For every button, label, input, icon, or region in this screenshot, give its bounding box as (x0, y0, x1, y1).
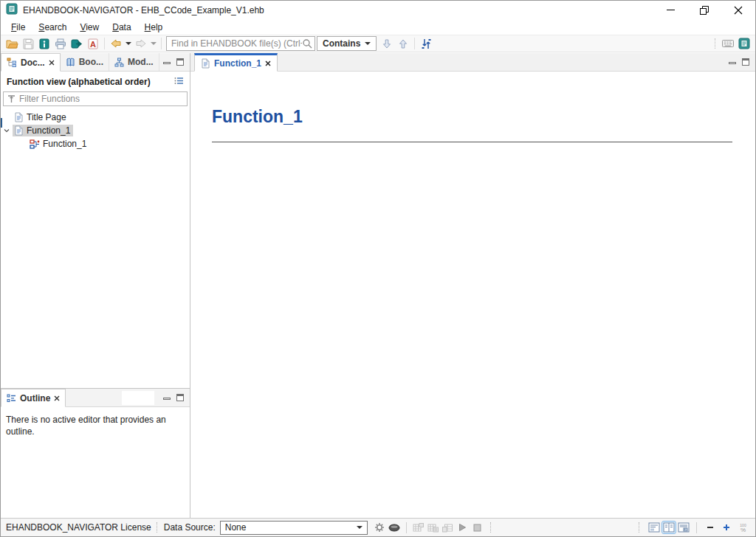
measure-button-3[interactable] (441, 520, 456, 535)
document-icon (14, 112, 24, 122)
data-source-dropdown[interactable]: None (220, 521, 368, 535)
tree-row-title-page[interactable]: Title Page (1, 111, 190, 124)
zoom-level-indicator: 100% (735, 520, 750, 535)
statusbar-right-group: 100% (633, 520, 750, 535)
synchronize-button[interactable] (418, 36, 434, 52)
layout-split-button[interactable] (662, 522, 676, 533)
close-icon[interactable] (49, 60, 55, 66)
minimize-button[interactable] (653, 1, 687, 19)
save-button[interactable] (20, 36, 36, 52)
statusbar-divider (406, 522, 407, 533)
back-history-dropdown[interactable] (124, 36, 133, 52)
layout-single-button[interactable] (647, 522, 661, 533)
zoom-level-icon: 100% (738, 522, 749, 533)
close-icon[interactable] (265, 60, 271, 66)
measure-button-1[interactable] (411, 520, 426, 535)
save-icon (23, 38, 34, 49)
tab-bookmarks-view[interactable]: Boo... (61, 53, 109, 71)
view-menu-icon[interactable] (174, 77, 184, 87)
svg-text:%: % (740, 527, 745, 533)
tree-row-function-1[interactable]: Function_1 (1, 124, 190, 137)
tab-model-view[interactable]: Mod... (109, 53, 159, 71)
ehandbook-perspective-button[interactable] (736, 36, 752, 52)
maximize-view-icon[interactable] (176, 58, 184, 66)
editor-minmax-controls (729, 53, 755, 71)
find-previous-icon (398, 38, 408, 49)
zoom-in-button[interactable] (719, 520, 734, 535)
forward-history-dropdown[interactable] (149, 36, 158, 52)
close-icon[interactable] (54, 395, 60, 401)
close-icon (734, 6, 743, 15)
synchronize-icon (421, 38, 432, 49)
key-assist-icon (722, 39, 734, 48)
settings-button[interactable] (372, 520, 387, 535)
zoom-out-button[interactable] (703, 520, 718, 535)
open-file-button[interactable] (4, 36, 20, 52)
key-assist-button[interactable] (720, 36, 736, 52)
data-source-value: None (225, 522, 247, 533)
print-button[interactable] (52, 36, 69, 52)
minimize-view-icon[interactable] (163, 62, 171, 64)
menu-view[interactable]: View (73, 21, 106, 34)
menu-file[interactable]: File (4, 21, 32, 34)
toolbar-drag-handle (715, 38, 717, 49)
settings-gear-icon (374, 522, 385, 533)
window-title: EHANDBOOK-NAVIGATOR - EHB_CCode_Example_… (23, 5, 264, 15)
statusbar-divider (696, 522, 697, 533)
stop-button[interactable] (470, 520, 485, 535)
document-icon (14, 125, 24, 136)
view-minmax-controls (163, 389, 190, 406)
find-previous-button[interactable] (395, 36, 411, 52)
tab-label: Boo... (79, 57, 103, 67)
data-source-view-button[interactable] (387, 520, 402, 535)
find-next-button[interactable] (379, 36, 395, 52)
license-status: EHANDBOOK_NAVIGATOR License (6, 522, 151, 533)
layout-media-icon (678, 522, 690, 533)
tree-row-function-1-child[interactable]: Function_1 (1, 137, 190, 150)
statusbar-drag-handle (639, 522, 641, 533)
left-column: Doc... Boo... Mod... (1, 53, 190, 518)
filter-box (3, 91, 188, 106)
tab-document-view[interactable]: Doc... (1, 53, 61, 72)
restore-icon (700, 6, 709, 15)
tree-item-label: Function_1 (43, 139, 86, 149)
measure-button-2[interactable] (426, 520, 441, 535)
tab-outline[interactable]: Outline (1, 389, 66, 407)
forward-icon (135, 38, 147, 49)
menu-search[interactable]: Search (32, 21, 73, 34)
layout-media-button[interactable] (677, 522, 690, 533)
play-button[interactable] (456, 520, 470, 535)
filter-functions-input[interactable] (19, 94, 183, 104)
statusbar-separator (157, 522, 159, 533)
menu-help[interactable]: Help (138, 21, 170, 34)
close-button[interactable] (721, 1, 755, 19)
outline-message: There is no active editor that provides … (1, 407, 190, 437)
editor-tabrow: Function_1 (190, 53, 755, 72)
pdf-export-button[interactable]: A (85, 36, 101, 52)
heading-rule (212, 142, 732, 142)
maximize-editor-icon[interactable] (742, 58, 749, 66)
selected-tree-item[interactable]: Function_1 (13, 125, 73, 136)
pdf-export-icon: A (88, 38, 98, 49)
find-input[interactable] (171, 38, 302, 49)
minimize-view-icon[interactable] (163, 398, 171, 400)
chevron-down-icon[interactable] (1, 128, 13, 133)
export-button[interactable] (69, 36, 85, 52)
statusbar-drag-handle (490, 522, 492, 533)
minimize-editor-icon[interactable] (729, 62, 736, 64)
outline-icon (7, 394, 16, 403)
export-icon (71, 38, 83, 49)
measure-grid-icon-2 (427, 523, 439, 533)
tab-editor-function-1[interactable]: Function_1 (194, 53, 278, 72)
ehandbook-app-icon (738, 38, 750, 49)
find-field-wrap (166, 36, 315, 51)
maximize-view-icon[interactable] (176, 394, 184, 401)
contains-dropdown[interactable]: Contains (317, 36, 377, 51)
document-icon (201, 58, 210, 69)
back-button[interactable] (108, 36, 124, 52)
tab-label: Outline (20, 393, 50, 403)
restore-button[interactable] (687, 1, 721, 19)
ehandbook-book-button[interactable] (36, 36, 52, 52)
forward-button[interactable] (133, 36, 149, 52)
menu-data[interactable]: Data (106, 21, 137, 34)
